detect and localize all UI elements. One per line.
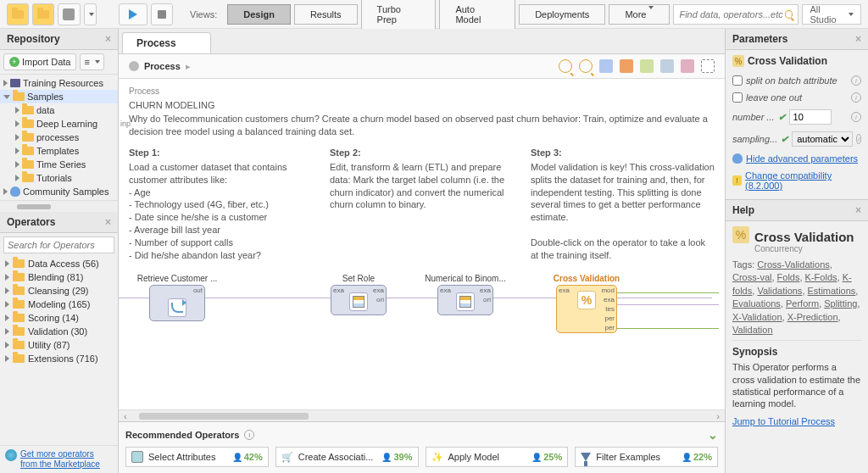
global-search[interactable] bbox=[673, 4, 798, 25]
open-folder-button[interactable] bbox=[32, 3, 54, 25]
studio-dropdown[interactable]: All Studio bbox=[802, 4, 861, 25]
play-icon bbox=[129, 9, 137, 19]
view-tab-results[interactable]: Results bbox=[294, 4, 358, 25]
canvas-tool[interactable] bbox=[701, 59, 715, 73]
chevron-down-icon[interactable]: ⌄ bbox=[708, 428, 718, 442]
zoom-out-button[interactable] bbox=[579, 59, 593, 73]
info-icon[interactable]: i bbox=[851, 112, 861, 122]
folder-icon bbox=[22, 160, 34, 169]
person-icon bbox=[732, 153, 743, 164]
param-split-on-batch[interactable]: split on batch attributei bbox=[732, 72, 861, 89]
param-number: number ...✔i bbox=[732, 106, 861, 128]
operator-setrole[interactable]: Set Role exaexa ori bbox=[331, 285, 387, 315]
rec-op-filter-examples[interactable]: Filter Examples👤22% bbox=[575, 447, 718, 467]
import-data-button[interactable]: +Import Data bbox=[3, 53, 76, 70]
tree-item[interactable]: processes bbox=[0, 131, 118, 144]
info-icon[interactable]: i bbox=[856, 134, 861, 144]
person-icon bbox=[10, 186, 20, 197]
canvas-tool[interactable] bbox=[660, 59, 674, 73]
view-tab-deployments[interactable]: Deployments bbox=[519, 4, 605, 25]
op-cat[interactable]: Modeling (165) bbox=[0, 298, 118, 311]
stop-button[interactable] bbox=[151, 3, 173, 25]
change-compat-link[interactable]: !Change compatibility (8.2.000) bbox=[732, 167, 861, 194]
close-icon[interactable]: × bbox=[855, 204, 861, 216]
param-leave-one-out[interactable]: leave one outi bbox=[732, 89, 861, 106]
marketplace-link[interactable]: Get more operators from the Marketplace bbox=[0, 445, 118, 473]
info-icon[interactable]: i bbox=[244, 430, 254, 440]
tree-item[interactable]: Tutorials bbox=[0, 171, 118, 185]
wand-icon: ✨ bbox=[431, 452, 443, 463]
cross-validation-icon: % bbox=[732, 226, 749, 243]
op-cat[interactable]: Data Access (56) bbox=[0, 257, 118, 270]
view-tab-automodel[interactable]: Auto Model bbox=[439, 0, 515, 30]
op-cat[interactable]: Utility (87) bbox=[0, 338, 118, 352]
tree-item[interactable]: data bbox=[0, 103, 118, 117]
help-op-sub: Concurrency bbox=[754, 244, 854, 253]
folder-icon bbox=[22, 174, 34, 182]
process-comment: Process CHURN MODELING Why do Telecommun… bbox=[129, 86, 715, 262]
disk-icon bbox=[63, 8, 75, 20]
help-op-title: Cross Validation bbox=[754, 230, 854, 244]
canvas-tool[interactable] bbox=[681, 59, 694, 73]
run-button[interactable] bbox=[119, 3, 147, 25]
main-toolbar: Views: Design Results Turbo Prep Auto Mo… bbox=[0, 0, 868, 29]
op-cat[interactable]: Extensions (716) bbox=[0, 352, 118, 365]
wire bbox=[617, 304, 719, 305]
op-cat[interactable]: Cleansing (29) bbox=[0, 284, 118, 298]
op-cat[interactable]: Blending (81) bbox=[0, 270, 118, 284]
close-icon[interactable]: × bbox=[105, 33, 111, 45]
op-icon bbox=[131, 451, 143, 463]
sampling-select[interactable]: automatic bbox=[792, 131, 853, 147]
canvas-tool[interactable] bbox=[599, 59, 613, 73]
folder-icon bbox=[13, 341, 25, 349]
scrollbar[interactable] bbox=[0, 200, 118, 212]
tab-process[interactable]: Process bbox=[122, 32, 211, 53]
breadcrumb-process[interactable]: Process bbox=[144, 61, 181, 71]
parameters-header: Parameters× bbox=[726, 29, 868, 50]
folder-icon bbox=[13, 327, 25, 336]
hide-advanced-link[interactable]: Hide advanced parameters bbox=[732, 150, 861, 167]
horizontal-scrollbar[interactable]: ‹› bbox=[119, 409, 725, 421]
repo-menu-button[interactable]: ≡ bbox=[80, 53, 103, 70]
cross-validation-icon: % bbox=[732, 55, 744, 67]
rec-op-select-attributes[interactable]: Select Attributes👤42% bbox=[125, 447, 269, 467]
folder-icon bbox=[22, 120, 34, 128]
folder-icon bbox=[22, 147, 34, 155]
operator-cross-validation[interactable]: Cross Validation examod exa tes per per … bbox=[556, 285, 617, 333]
op-cat[interactable]: Validation (30) bbox=[0, 325, 118, 338]
info-icon[interactable]: i bbox=[851, 92, 861, 103]
tree-item[interactable]: Deep Learning bbox=[0, 117, 118, 131]
tree-item[interactable]: Training Resources bbox=[0, 76, 118, 90]
tool-icon bbox=[701, 59, 715, 73]
rec-op-create-assoc[interactable]: 🛒Create Associati...👤39% bbox=[275, 447, 419, 467]
view-tab-design[interactable]: Design bbox=[227, 4, 291, 25]
tree-item[interactable]: Community Samples bbox=[0, 185, 118, 198]
checkbox[interactable] bbox=[732, 75, 743, 86]
info-icon[interactable]: i bbox=[851, 75, 861, 86]
operator-retrieve[interactable]: Retrieve Customer ... out bbox=[149, 285, 205, 321]
operator-search-input[interactable] bbox=[3, 236, 114, 253]
view-tab-more[interactable]: More bbox=[609, 4, 670, 25]
tree-item-samples[interactable]: Samples bbox=[0, 90, 118, 103]
close-icon[interactable]: × bbox=[855, 33, 861, 45]
op-cat[interactable]: Scoring (14) bbox=[0, 311, 118, 325]
canvas-tool[interactable] bbox=[640, 59, 654, 73]
process-canvas[interactable]: inp Process CHURN MODELING Why do Teleco… bbox=[119, 79, 725, 409]
param-sampling: sampling...✔automatici bbox=[732, 128, 861, 150]
view-tab-turboprep[interactable]: Turbo Prep bbox=[361, 0, 437, 30]
search-input[interactable] bbox=[679, 9, 785, 19]
save-button[interactable] bbox=[58, 3, 80, 25]
tree-item[interactable]: Templates bbox=[0, 144, 118, 158]
jump-tutorial-link[interactable]: Jump to Tutorial Process bbox=[732, 416, 835, 426]
tree-item[interactable]: Time Series bbox=[0, 158, 118, 171]
zoom-in-button[interactable] bbox=[559, 59, 572, 73]
canvas-tool[interactable] bbox=[620, 59, 633, 73]
save-dropdown[interactable] bbox=[84, 3, 97, 25]
rec-op-apply-model[interactable]: ✨Apply Model👤25% bbox=[426, 447, 569, 467]
checkbox[interactable] bbox=[732, 92, 743, 103]
new-folder-button[interactable] bbox=[7, 3, 29, 25]
close-icon[interactable]: × bbox=[105, 216, 111, 228]
number-input[interactable] bbox=[789, 109, 832, 125]
operator-numerical-binominal[interactable]: Numerical to Binom... exaexa ori bbox=[437, 285, 493, 315]
process-root-icon[interactable] bbox=[129, 61, 139, 71]
